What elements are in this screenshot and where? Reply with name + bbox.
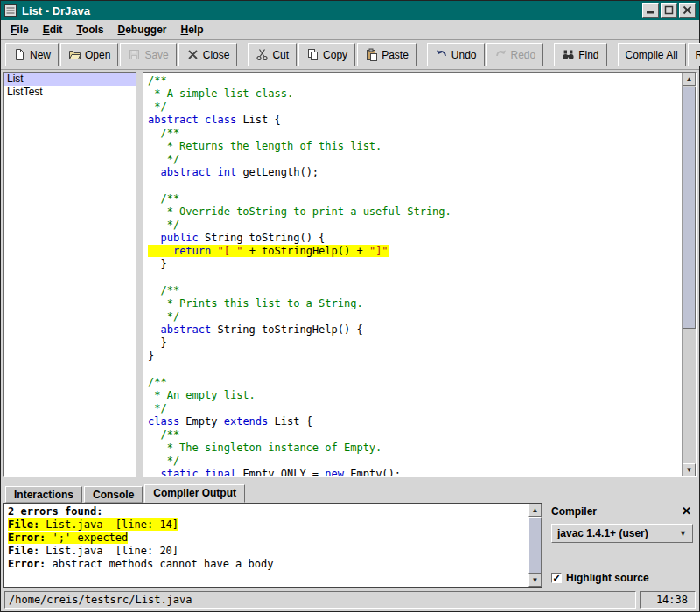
code-line: return "[ " + toStringHelp() + "]" bbox=[148, 245, 682, 258]
tab-interactions[interactable]: Interactions bbox=[5, 486, 82, 503]
new-document-icon bbox=[13, 48, 26, 61]
code-editor[interactable]: /** * A simple list class. */abstract cl… bbox=[144, 73, 682, 476]
compiler-output-pane: 2 errors found:File: List.java [line: 14… bbox=[4, 503, 542, 588]
cut-button[interactable]: Cut bbox=[248, 43, 297, 66]
minimize-button[interactable] bbox=[642, 3, 659, 18]
close-panel-icon[interactable]: ✕ bbox=[680, 504, 693, 518]
close-window-button[interactable] bbox=[679, 3, 696, 18]
checkbox-checked-icon: ✓ bbox=[551, 573, 562, 583]
editor-scrollbar[interactable]: ▲ ▼ bbox=[682, 73, 696, 476]
copy-button[interactable]: Copy bbox=[298, 43, 355, 66]
main-split-pane: ListListTest /** * A simple list class. … bbox=[1, 70, 699, 479]
menu-debugger[interactable]: Debugger bbox=[111, 21, 174, 38]
close-file-icon bbox=[186, 48, 200, 61]
copy-icon bbox=[306, 48, 319, 61]
menubar: FileEditToolsDebuggerHelp bbox=[1, 20, 699, 40]
toolbar-button-label: New bbox=[30, 49, 51, 61]
open-files-list[interactable]: ListListTest bbox=[4, 72, 136, 477]
close-button[interactable]: Close bbox=[178, 43, 238, 66]
window-title: List - DrJava bbox=[22, 4, 637, 17]
compiler-output-text[interactable]: 2 errors found:File: List.java [line: 14… bbox=[4, 504, 528, 587]
code-line: /** bbox=[148, 74, 682, 87]
editor-scroll-thumb[interactable] bbox=[682, 87, 696, 329]
open-folder-icon bbox=[68, 48, 81, 61]
scroll-down-icon[interactable]: ▼ bbox=[528, 574, 542, 587]
checkbox-label: Highlight source bbox=[566, 572, 649, 584]
toolbar-button-label: Find bbox=[578, 49, 598, 61]
code-line bbox=[148, 363, 682, 376]
compiler-select[interactable]: javac 1.4.1+ (user) ▼ bbox=[551, 524, 693, 543]
vertical-splitter[interactable] bbox=[136, 72, 143, 477]
output-scroll-thumb[interactable] bbox=[528, 517, 542, 574]
current-file-path: /home/creis/testsrc/List.java bbox=[4, 591, 636, 609]
find-button[interactable]: Find bbox=[554, 43, 606, 66]
cut-scissors-icon bbox=[256, 48, 269, 61]
maximize-icon bbox=[664, 4, 674, 17]
paste-button[interactable]: Paste bbox=[357, 43, 416, 66]
code-line: * The singleton instance of Empty. bbox=[148, 442, 682, 455]
output-line: Error: ';' expected bbox=[8, 532, 524, 545]
toolbar-button-label: Save bbox=[144, 49, 168, 61]
code-line: * An empty list. bbox=[148, 389, 682, 402]
code-line: /** bbox=[148, 192, 682, 205]
code-line: /** bbox=[148, 428, 682, 442]
tab-console[interactable]: Console bbox=[84, 486, 143, 503]
bottom-pane: InteractionsConsoleCompiler Output 2 err… bbox=[1, 484, 699, 588]
code-line: */ bbox=[148, 455, 682, 468]
open-button[interactable]: Open bbox=[60, 43, 118, 66]
toolbar-button-label: Copy bbox=[323, 49, 347, 61]
scroll-up-icon[interactable]: ▲ bbox=[528, 504, 542, 517]
toolbar-button-label: Paste bbox=[382, 49, 409, 61]
undo-button[interactable]: Undo bbox=[427, 43, 485, 66]
minimize-icon bbox=[646, 4, 655, 17]
error-highlighted-line: return "[ " + toStringHelp() + "]" bbox=[148, 245, 388, 257]
output-line: 2 errors found: bbox=[8, 505, 524, 518]
code-line: */ bbox=[148, 101, 682, 114]
paste-clipboard-icon bbox=[365, 48, 378, 61]
code-line: /** bbox=[148, 284, 682, 297]
file-list-item-listtest[interactable]: ListTest bbox=[4, 86, 136, 99]
menu-edit[interactable]: Edit bbox=[36, 21, 70, 38]
highlight-source-checkbox[interactable]: ✓ Highlight source bbox=[551, 572, 693, 584]
toolbar-button-label: Reset bbox=[696, 49, 700, 61]
menu-help[interactable]: Help bbox=[174, 21, 211, 38]
toolbar-button-label: Redo bbox=[511, 49, 536, 61]
titlebar[interactable]: List - DrJava bbox=[1, 1, 699, 20]
drjava-window: List - DrJava FileEditToolsDebuggerHelp … bbox=[0, 0, 700, 612]
code-line: } bbox=[148, 258, 682, 271]
tab-compiler-output[interactable]: Compiler Output bbox=[144, 484, 245, 503]
menu-file[interactable]: File bbox=[4, 21, 36, 38]
code-line: /** bbox=[148, 376, 682, 389]
output-scrollbar[interactable]: ▲ ▼ bbox=[528, 504, 542, 587]
close-icon bbox=[682, 4, 692, 17]
new-button[interactable]: New bbox=[5, 43, 59, 66]
reset-button[interactable]: Reset bbox=[688, 43, 700, 66]
code-line bbox=[148, 271, 682, 284]
find-binoculars-icon bbox=[562, 48, 575, 61]
code-line: */ bbox=[148, 402, 682, 415]
code-line: */ bbox=[148, 310, 682, 323]
file-list-item-list[interactable]: List bbox=[4, 73, 136, 86]
toolbar-button-label: Open bbox=[85, 49, 110, 61]
code-line: * Prints this list to a String. bbox=[148, 297, 682, 310]
save-disk-icon bbox=[128, 48, 141, 61]
scroll-down-icon[interactable]: ▼ bbox=[682, 463, 696, 476]
compile-all-button[interactable]: Compile All bbox=[618, 43, 686, 66]
code-line: * A simple list class. bbox=[148, 87, 682, 101]
toolbar-button-label: Undo bbox=[452, 49, 477, 61]
compiler-panel-title: Compiler bbox=[551, 505, 597, 518]
save-button[interactable]: Save bbox=[120, 43, 176, 66]
code-line: class Empty extends List { bbox=[148, 415, 682, 428]
code-line: /** bbox=[148, 127, 682, 140]
scroll-up-icon[interactable]: ▲ bbox=[682, 73, 696, 86]
code-line: */ bbox=[148, 153, 682, 166]
maximize-button[interactable] bbox=[661, 3, 677, 18]
window-menu-icon[interactable] bbox=[4, 4, 17, 17]
menu-tools[interactable]: Tools bbox=[69, 21, 110, 38]
toolbar-button-label: Close bbox=[203, 49, 230, 61]
code-line: } bbox=[148, 350, 682, 363]
redo-button[interactable]: Redo bbox=[486, 43, 544, 66]
output-line: Error: abstract methods cannot have a bo… bbox=[8, 558, 524, 571]
undo-arrow-icon bbox=[435, 48, 448, 61]
code-line: abstract String toStringHelp() { bbox=[148, 323, 682, 337]
